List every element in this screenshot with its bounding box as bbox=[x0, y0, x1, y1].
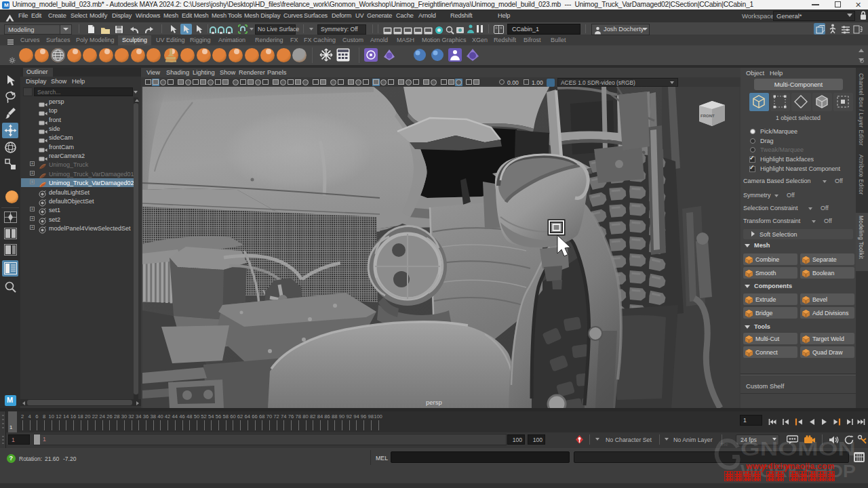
svg-text:GNOMON: GNOMON bbox=[741, 438, 856, 460]
svg-text:FRONT: FRONT bbox=[701, 114, 715, 118]
svg-text:the: the bbox=[720, 441, 729, 447]
svg-text:persp: persp bbox=[426, 399, 442, 406]
